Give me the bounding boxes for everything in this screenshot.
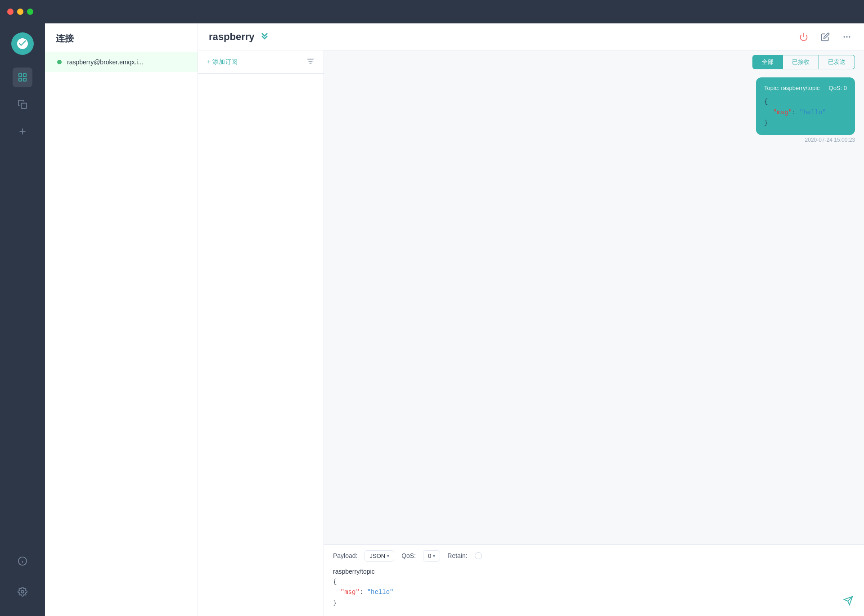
subscription-panel: + 添加订阅 — [198, 50, 324, 423]
connections-title: 连接 — [45, 23, 198, 52]
add-subscription-button[interactable]: + 添加订阅 — [207, 58, 238, 66]
minimize-button[interactable] — [17, 9, 23, 15]
connection-status-dot — [57, 60, 62, 64]
connection-item-name: raspberry@broker.emqx.i... — [67, 58, 143, 66]
messages-list: Topic: raspberry/topic QoS: 0 { "msg": "… — [324, 50, 594, 423]
copy-icon — [18, 99, 27, 109]
subscription-bar: + 添加订阅 — [198, 50, 324, 74]
svg-rect-4 — [21, 103, 27, 108]
traffic-lights — [7, 9, 33, 15]
add-connection-button[interactable] — [13, 121, 32, 141]
sidebar — [0, 0, 45, 423]
sidebar-item-connections[interactable] — [13, 67, 32, 87]
svg-rect-0 — [19, 74, 22, 76]
svg-rect-3 — [23, 78, 26, 81]
messages-panel: 全部 已接收 已发送 Topic: raspberry/topic QoS: 0 — [324, 50, 594, 423]
table-row: Topic: raspberry/topic QoS: 0 { "msg": "… — [333, 77, 594, 143]
app-logo[interactable] — [11, 32, 34, 55]
connection-title: raspberry — [209, 31, 255, 43]
add-icon — [18, 126, 27, 136]
filter-icon — [306, 57, 315, 65]
logo-icon — [16, 37, 29, 50]
connections-icon — [18, 72, 27, 82]
sidebar-item-scripts[interactable] — [13, 94, 32, 114]
close-button[interactable] — [7, 9, 14, 15]
connection-panel: 连接 raspberry@broker.emqx.i... — [45, 23, 198, 423]
maximize-button[interactable] — [27, 9, 33, 15]
filter-button[interactable] — [306, 57, 315, 67]
svg-rect-2 — [19, 78, 22, 81]
add-sub-label: + 添加订阅 — [207, 58, 238, 66]
content-container: + 添加订阅 全部 已接收 已发送 — [198, 50, 594, 423]
chevron-down-icon[interactable] — [259, 31, 270, 42]
main-area: raspberry — [198, 23, 594, 423]
connection-item[interactable]: raspberry@broker.emqx.i... — [45, 52, 198, 72]
titlebar — [0, 0, 594, 23]
main-header: raspberry — [198, 23, 594, 50]
svg-rect-1 — [23, 74, 26, 76]
main-title-area: raspberry — [209, 31, 270, 43]
